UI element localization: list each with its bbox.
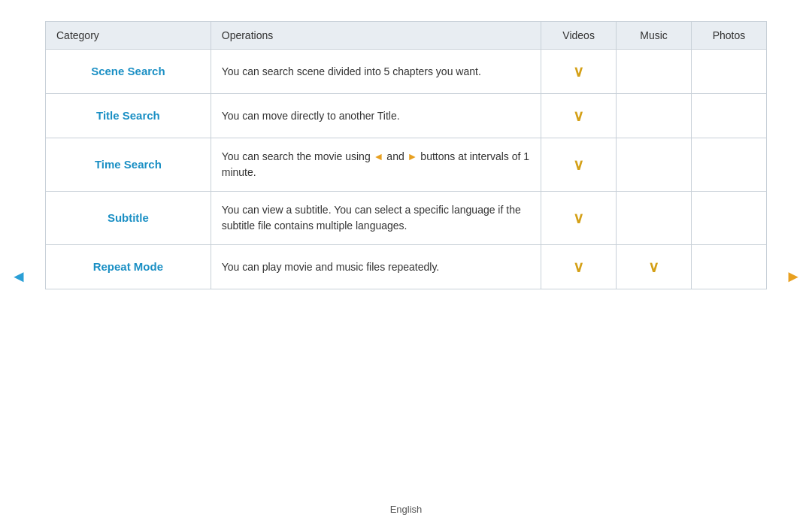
videos-title-search: ∨ — [541, 94, 617, 138]
photos-title-search — [692, 94, 767, 138]
photos-repeat-mode — [692, 245, 767, 289]
nav-left-arrow[interactable]: ◄ — [11, 267, 27, 286]
table-row-title-search: Title SearchYou can move directly to ano… — [46, 94, 767, 138]
checkmark-music: ∨ — [648, 259, 659, 275]
music-repeat-mode: ∨ — [617, 245, 692, 289]
checkmark-videos: ∨ — [573, 210, 584, 226]
photos-scene-search — [692, 50, 767, 94]
category-title-search: Title Search — [46, 94, 211, 138]
table-row-scene-search: Scene SearchYou can search scene divided… — [46, 50, 767, 94]
checkmark-videos: ∨ — [573, 108, 584, 124]
checkmark-videos: ∨ — [573, 156, 584, 173]
page-container: ◄ ► Category Operations Videos Music Pho… — [0, 0, 812, 530]
header-videos: Videos — [541, 22, 617, 50]
operations-scene-search: You can search scene divided into 5 chap… — [211, 50, 541, 94]
header-operations: Operations — [211, 22, 541, 50]
operations-title-search: You can move directly to another Title. — [211, 94, 541, 138]
operations-repeat-mode: You can play movie and music files repea… — [211, 245, 541, 289]
table-row-subtitle: SubtitleYou can view a subtitle. You can… — [46, 192, 767, 245]
main-table-wrapper: Category Operations Videos Music Photos … — [45, 21, 767, 289]
photos-subtitle — [692, 192, 767, 245]
category-scene-search: Scene Search — [46, 50, 211, 94]
videos-repeat-mode: ∨ — [541, 245, 617, 289]
nav-right-arrow[interactable]: ► — [785, 267, 801, 286]
category-repeat-mode: Repeat Mode — [46, 245, 211, 289]
header-category: Category — [46, 22, 211, 50]
checkmark-videos: ∨ — [573, 259, 584, 275]
music-time-search — [617, 138, 692, 192]
table-row-time-search: Time SearchYou can search the movie usin… — [46, 138, 767, 192]
category-subtitle: Subtitle — [46, 192, 211, 245]
footer-language: English — [390, 504, 423, 515]
videos-subtitle: ∨ — [541, 192, 617, 245]
features-table: Category Operations Videos Music Photos … — [45, 21, 767, 289]
music-scene-search — [617, 50, 692, 94]
table-header-row: Category Operations Videos Music Photos — [46, 22, 767, 50]
category-time-search: Time Search — [46, 138, 211, 192]
header-photos: Photos — [692, 22, 767, 50]
music-subtitle — [617, 192, 692, 245]
checkmark-videos: ∨ — [573, 63, 584, 80]
operations-time-search: You can search the movie using ◄ and ► b… — [211, 138, 541, 192]
table-row-repeat-mode: Repeat ModeYou can play movie and music … — [46, 245, 767, 289]
music-title-search — [617, 94, 692, 138]
header-music: Music — [617, 22, 692, 50]
photos-time-search — [692, 138, 767, 192]
videos-scene-search: ∨ — [541, 50, 617, 94]
videos-time-search: ∨ — [541, 138, 617, 192]
operations-subtitle: You can view a subtitle. You can select … — [211, 192, 541, 245]
